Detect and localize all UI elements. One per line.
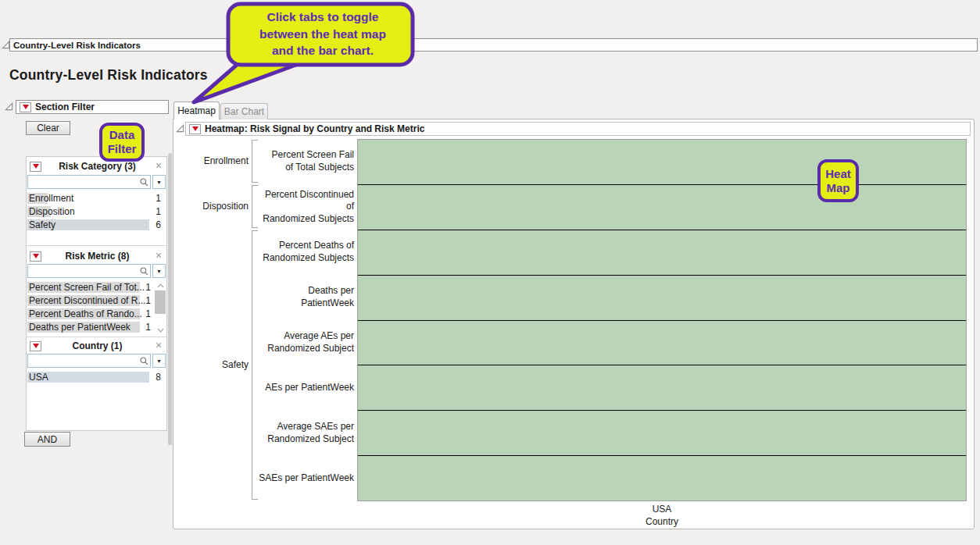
metric-label: Deaths per PatientWeek [258,275,354,320]
country-header: Country (1) × [27,338,166,354]
search-icon [140,178,148,187]
risk-category-header: Risk Category (3) × [27,159,166,174]
item-count: 1 [156,193,161,204]
report-outline-title: Country-Level Risk Indicators [13,41,141,50]
list-item[interactable]: Disposition 1 [27,205,166,219]
heatmap-cell[interactable] [358,410,966,455]
x-tick-usa: USA [357,504,967,515]
metric-label: Percent Discontinued of Randomized Subje… [258,184,354,230]
item-count: 1 [145,322,151,333]
heatmap-outline-title: Heatmap: Risk Signal by Country and Risk… [205,123,424,134]
scroll-down-icon[interactable] [155,325,166,335]
close-icon[interactable]: × [153,161,164,172]
list-item[interactable]: Enrollment 1 [27,192,166,205]
scrollbar[interactable] [155,280,166,335]
list-item[interactable]: Deaths per PatientWeek 1 [27,321,154,334]
risk-metric-title: Risk Metric (8) [41,251,153,262]
heatmap-cell[interactable] [358,275,966,320]
country-search-input[interactable] [27,354,151,368]
heatmap-grid [357,139,967,501]
category-label-safety: Safety [184,230,249,501]
category-label-enrollment: Enrollment [184,139,249,184]
divider [27,245,166,246]
report-outline-bar[interactable]: Country-Level Risk Indicators [9,38,978,52]
chevron-down-icon: ▼ [156,269,162,274]
item-count: 1 [145,282,151,293]
heatmap-cell[interactable] [358,184,966,230]
section-filter-outline-bar[interactable]: Section Filter [16,100,169,114]
country-title: Country (1) [41,340,153,351]
panel-splitter[interactable] [168,153,172,445]
and-button[interactable]: AND [24,432,70,447]
category-label-disposition: Disposition [184,184,249,230]
risk-category-title: Risk Category (3) [41,161,153,172]
x-axis-label: Country [357,516,967,527]
risk-metric-search-row: ▼ [27,264,166,280]
list-item[interactable]: Percent Deaths of Rando... 1 [27,308,154,321]
page-title: Country-Level Risk Indicators [9,67,208,84]
metric-label: Average SAEs per Randomized Subject [258,411,354,456]
item-label: Deaths per PatientWeek [29,322,131,333]
heatmap-cell[interactable] [358,455,966,500]
item-count: 1 [156,206,161,217]
metric-label: AEs per PatientWeek [258,365,354,411]
heatmap-cell[interactable] [358,320,966,365]
item-label: Percent Discontinued of R... [29,295,145,306]
risk-metric-header: Risk Metric (8) × [27,248,166,264]
search-dropdown-button[interactable]: ▼ [152,264,166,278]
list-item[interactable]: USA 8 [27,371,166,384]
section-filter-title: Section Filter [35,102,95,112]
item-label: Enrollment [29,193,73,204]
scroll-up-icon[interactable] [155,280,166,290]
red-triangle-menu-icon[interactable] [189,124,201,134]
metric-label: Percent Deaths of Randomized Subjects [258,230,354,275]
search-dropdown-button[interactable]: ▼ [152,354,166,368]
item-count: 8 [156,372,161,383]
red-triangle-menu-icon[interactable] [20,102,31,112]
list-item[interactable]: Percent Screen Fail of Tot... 1 [27,281,154,294]
group-bracket [252,140,258,183]
heat-map-callout: Heat Map [817,159,859,202]
item-count: 1 [145,308,151,319]
close-icon[interactable]: × [153,251,164,262]
disclosure-triangle-icon[interactable] [176,124,184,133]
heatmap-cell[interactable] [358,365,966,410]
chevron-down-icon: ▼ [156,180,162,185]
heatmap-cell[interactable] [358,230,966,275]
group-bracket [252,185,258,228]
item-label: USA [29,372,48,383]
item-label: Safety [29,219,55,230]
divider [27,337,166,337]
risk-metric-search-input[interactable] [27,264,151,278]
heatmap-cell[interactable] [358,140,966,184]
item-count: 6 [156,219,161,230]
heatmap-outline-bar[interactable]: Heatmap: Risk Signal by Country and Risk… [185,122,971,136]
red-triangle-menu-icon[interactable] [30,162,41,172]
clear-button-label: Clear [37,123,59,134]
red-triangle-menu-icon[interactable] [30,251,41,262]
and-button-label: AND [38,434,57,445]
tabs-note-callout-text: Click tabs to toggle between the heat ma… [232,9,413,59]
item-count: 1 [145,295,151,306]
clear-button[interactable]: Clear [26,121,70,135]
group-bracket [252,230,258,500]
metric-label: SAEs per PatientWeek [258,456,354,501]
tab-bar-chart-label: Bar Chart [224,106,264,117]
item-label: Percent Screen Fail of Tot... [29,282,145,293]
scrollbar-thumb[interactable] [155,290,166,314]
close-icon[interactable]: × [153,340,164,351]
risk-category-search-input[interactable] [27,175,151,189]
list-item[interactable]: Safety 6 [27,219,166,232]
tab-heatmap-label: Heatmap [177,105,216,116]
metric-label: Percent Screen Fail of Total Subjects [258,139,354,184]
chevron-down-icon: ▼ [156,358,162,364]
data-filter-panel: Risk Category (3) × ▼ Enrollment 1 Dispo… [26,156,167,431]
list-item[interactable]: Percent Discontinued of R... 1 [27,294,154,308]
disclosure-triangle-icon[interactable] [5,102,13,111]
item-label: Percent Deaths of Rando... [29,308,142,319]
search-dropdown-button[interactable]: ▼ [152,175,166,189]
metric-label: Average AEs per Randomized Subject [258,320,354,365]
data-filter-callout: Data Filter [99,123,145,162]
red-triangle-menu-icon[interactable] [30,341,41,351]
risk-category-search-row: ▼ [27,175,166,191]
